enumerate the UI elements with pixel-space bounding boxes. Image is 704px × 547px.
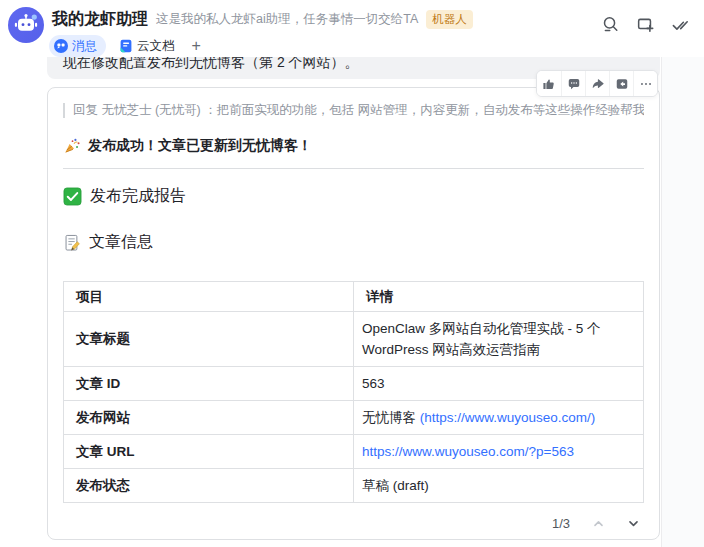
table-row: 发布状态 草稿 (draft) — [64, 469, 644, 503]
tab-bar: 消息 云文档 + — [49, 35, 205, 57]
bot-badge: 机器人 — [426, 10, 473, 29]
tab-docs[interactable]: 云文档 — [119, 38, 175, 55]
bot-message-card: 回复 无忧芝士 (无忧哥) ：把前面实现的功能，包括 网站管理，内容更新，自动发… — [47, 87, 660, 540]
site-url-link[interactable]: (https://www.wuyouseo.com/) — [420, 410, 596, 425]
reply-quote-text: 回复 无忧芝士 (无忧哥) ：把前面实现的功能，包括 网站管理，内容更新，自动发… — [73, 102, 644, 119]
row-value: 无忧博客 (https://www.wuyouseo.com/) — [354, 401, 644, 435]
add-window-icon[interactable] — [634, 13, 656, 35]
table-row: 发布网站 无忧博客 (https://www.wuyouseo.com/) — [64, 401, 644, 435]
cloud-doc-icon — [119, 39, 133, 53]
message-list: 现在修改配置发布到无忧博客（第 2 个网站）。 — [0, 57, 661, 547]
comment-icon[interactable] — [561, 71, 585, 96]
page-down-icon[interactable] — [626, 516, 640, 530]
table-header-row: 项目 详情 — [64, 282, 644, 312]
page-up-icon[interactable] — [591, 516, 605, 530]
chat-header: 我的龙虾助理 这是我的私人龙虾ai助理，任务事情一切交给TA 机器人 — [0, 0, 704, 57]
previous-message-text: 现在修改配置发布到无忧博客（第 2 个网站）。 — [63, 57, 359, 70]
report-heading: 发布完成报告 — [90, 186, 186, 207]
header-actions — [599, 13, 691, 35]
message-hover-toolbar — [536, 70, 658, 97]
party-popper-icon — [63, 137, 81, 155]
quote-icon[interactable] — [609, 71, 633, 96]
robot-icon — [11, 10, 41, 40]
row-label: 发布网站 — [64, 401, 354, 435]
row-label: 发布状态 — [64, 469, 354, 503]
row-value: 563 — [354, 367, 644, 401]
article-info-table: 项目 详情 文章标题 OpenClaw 多网站自动化管理实战 - 5 个 Wor… — [63, 281, 644, 503]
tab-messages[interactable]: 消息 — [49, 35, 106, 57]
more-icon[interactable] — [633, 71, 657, 96]
reply-quote[interactable]: 回复 无忧芝士 (无忧哥) ：把前面实现的功能，包括 网站管理，内容更新，自动发… — [63, 100, 644, 120]
row-label: 文章 ID — [64, 367, 354, 401]
card-pagination: 1/3 — [63, 503, 644, 543]
add-tab-button[interactable]: + — [188, 38, 205, 54]
row-value: OpenClaw 多网站自动化管理实战 - 5 个 WordPress 网站高效… — [354, 312, 644, 367]
double-check-icon[interactable] — [669, 13, 691, 35]
memo-icon — [63, 234, 81, 252]
search-icon[interactable] — [599, 13, 621, 35]
row-label: 文章 URL — [64, 435, 354, 469]
article-url-link[interactable]: https://www.wuyouseo.com/?p=563 — [362, 444, 574, 459]
site-name: 无忧博客 — [362, 410, 420, 425]
messages-icon — [54, 39, 68, 53]
chat-subtitle: 这是我的私人龙虾ai助理，任务事情一切交给TA — [156, 11, 418, 28]
tab-docs-label: 云文档 — [137, 38, 175, 55]
row-value: 草稿 (draft) — [354, 469, 644, 503]
tab-messages-label: 消息 — [72, 38, 97, 55]
divider — [63, 168, 644, 169]
right-gutter — [661, 57, 704, 547]
quote-bar — [63, 103, 65, 118]
chat-title: 我的龙虾助理 — [52, 9, 148, 30]
row-value: https://www.wuyouseo.com/?p=563 — [354, 435, 644, 469]
row-label: 文章标题 — [64, 312, 354, 367]
table-row: 文章 ID 563 — [64, 367, 644, 401]
thumbs-up-icon[interactable] — [537, 71, 561, 96]
bot-avatar[interactable] — [8, 7, 44, 43]
table-row: 文章标题 OpenClaw 多网站自动化管理实战 - 5 个 WordPress… — [64, 312, 644, 367]
column-header-item: 项目 — [64, 282, 354, 312]
page-indicator: 1/3 — [552, 516, 570, 531]
article-heading: 文章信息 — [89, 232, 153, 253]
column-header-detail: 详情 — [354, 282, 644, 312]
publish-success-message: 发布成功！文章已更新到无忧博客！ — [88, 137, 312, 155]
table-row: 文章 URL https://www.wuyouseo.com/?p=563 — [64, 435, 644, 469]
share-icon[interactable] — [585, 71, 609, 96]
check-mark-button-icon — [63, 187, 82, 206]
